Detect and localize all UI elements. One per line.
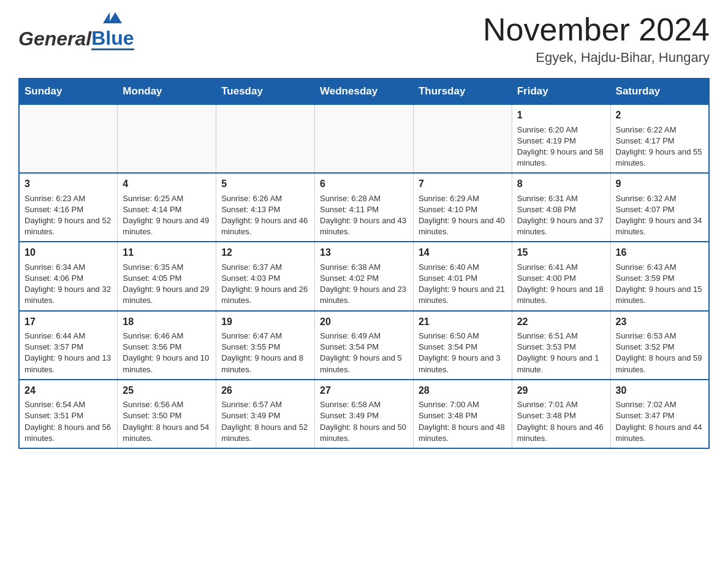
table-row: 26Sunrise: 6:57 AMSunset: 3:49 PMDayligh… [216, 380, 315, 448]
table-row: 10Sunrise: 6:34 AMSunset: 4:06 PMDayligh… [19, 242, 118, 310]
header: General Blue November 2024 Egyek, Hajdu-… [18, 12, 710, 66]
day-number: 4 [123, 177, 211, 191]
day-number: 3 [25, 177, 112, 191]
day-number: 19 [221, 315, 309, 329]
day-number: 6 [320, 177, 408, 191]
location-title: Egyek, Hajdu-Bihar, Hungary [483, 50, 710, 66]
day-info: Sunrise: 6:26 AMSunset: 4:13 PMDaylight:… [221, 193, 309, 238]
day-number: 18 [123, 315, 211, 329]
logo-general-text: General [18, 28, 91, 50]
day-number: 12 [221, 246, 309, 259]
day-number: 22 [517, 315, 605, 329]
day-number: 16 [616, 246, 703, 259]
table-row: 25Sunrise: 6:56 AMSunset: 3:50 PMDayligh… [118, 380, 216, 448]
day-info: Sunrise: 6:32 AMSunset: 4:07 PMDaylight:… [616, 193, 703, 238]
table-row: 3Sunrise: 6:23 AMSunset: 4:16 PMDaylight… [19, 173, 118, 242]
calendar-table: Sunday Monday Tuesday Wednesday Thursday… [18, 78, 710, 449]
day-number: 30 [616, 384, 703, 397]
calendar-week-3: 10Sunrise: 6:34 AMSunset: 4:06 PMDayligh… [19, 242, 709, 310]
table-row: 5Sunrise: 6:26 AMSunset: 4:13 PMDaylight… [216, 173, 315, 242]
day-number: 24 [25, 384, 112, 397]
day-number: 29 [517, 384, 605, 397]
table-row: 27Sunrise: 6:58 AMSunset: 3:49 PMDayligh… [315, 380, 414, 448]
day-number: 5 [221, 177, 309, 191]
day-info: Sunrise: 6:35 AMSunset: 4:05 PMDaylight:… [123, 262, 211, 307]
day-info: Sunrise: 6:23 AMSunset: 4:16 PMDaylight:… [25, 193, 112, 238]
table-row: 8Sunrise: 6:31 AMSunset: 4:08 PMDaylight… [512, 173, 610, 242]
table-row: 24Sunrise: 6:54 AMSunset: 3:51 PMDayligh… [19, 380, 118, 448]
day-info: Sunrise: 6:50 AMSunset: 3:54 PMDaylight:… [419, 331, 507, 375]
day-info: Sunrise: 6:22 AMSunset: 4:17 PMDaylight:… [616, 124, 703, 169]
table-row: 15Sunrise: 6:41 AMSunset: 4:00 PMDayligh… [512, 242, 610, 310]
month-title: November 2024 [483, 12, 710, 47]
col-tuesday: Tuesday [216, 79, 315, 104]
day-info: Sunrise: 6:54 AMSunset: 3:51 PMDaylight:… [25, 399, 112, 444]
table-row: 11Sunrise: 6:35 AMSunset: 4:05 PMDayligh… [118, 242, 216, 310]
day-info: Sunrise: 6:20 AMSunset: 4:19 PMDaylight:… [517, 124, 605, 169]
table-row [315, 104, 414, 173]
day-number: 21 [419, 315, 507, 329]
day-info: Sunrise: 6:51 AMSunset: 3:53 PMDaylight:… [517, 331, 605, 375]
table-row [118, 104, 216, 173]
col-thursday: Thursday [413, 79, 512, 104]
day-info: Sunrise: 6:25 AMSunset: 4:14 PMDaylight:… [123, 193, 211, 238]
day-info: Sunrise: 6:44 AMSunset: 3:57 PMDaylight:… [25, 331, 112, 375]
calendar-week-1: 1Sunrise: 6:20 AMSunset: 4:19 PMDaylight… [19, 104, 709, 173]
table-row: 19Sunrise: 6:47 AMSunset: 3:55 PMDayligh… [216, 311, 315, 380]
table-row: 2Sunrise: 6:22 AMSunset: 4:17 PMDaylight… [610, 104, 709, 173]
day-number: 9 [616, 177, 703, 191]
day-info: Sunrise: 6:31 AMSunset: 4:08 PMDaylight:… [517, 193, 605, 238]
table-row: 21Sunrise: 6:50 AMSunset: 3:54 PMDayligh… [413, 311, 512, 380]
calendar-week-5: 24Sunrise: 6:54 AMSunset: 3:51 PMDayligh… [19, 380, 709, 448]
table-row: 6Sunrise: 6:28 AMSunset: 4:11 PMDaylight… [315, 173, 414, 242]
table-row: 16Sunrise: 6:43 AMSunset: 3:59 PMDayligh… [610, 242, 709, 310]
table-row: 22Sunrise: 6:51 AMSunset: 3:53 PMDayligh… [512, 311, 610, 380]
table-row: 7Sunrise: 6:29 AMSunset: 4:10 PMDaylight… [413, 173, 512, 242]
col-friday: Friday [512, 79, 610, 104]
day-number: 27 [320, 384, 408, 397]
table-row: 4Sunrise: 6:25 AMSunset: 4:14 PMDaylight… [118, 173, 216, 242]
logo-blue-part: Blue [91, 12, 134, 50]
table-row: 28Sunrise: 7:00 AMSunset: 3:48 PMDayligh… [413, 380, 512, 448]
day-info: Sunrise: 6:34 AMSunset: 4:06 PMDaylight:… [25, 262, 112, 307]
table-row: 13Sunrise: 6:38 AMSunset: 4:02 PMDayligh… [315, 242, 414, 310]
day-number: 8 [517, 177, 605, 191]
table-row: 18Sunrise: 6:46 AMSunset: 3:56 PMDayligh… [118, 311, 216, 380]
day-number: 11 [123, 246, 211, 259]
calendar-week-2: 3Sunrise: 6:23 AMSunset: 4:16 PMDaylight… [19, 173, 709, 242]
day-info: Sunrise: 6:47 AMSunset: 3:55 PMDaylight:… [221, 331, 309, 375]
col-wednesday: Wednesday [315, 79, 414, 104]
table-row: 17Sunrise: 6:44 AMSunset: 3:57 PMDayligh… [19, 311, 118, 380]
table-row: 29Sunrise: 7:01 AMSunset: 3:48 PMDayligh… [512, 380, 610, 448]
day-number: 15 [517, 246, 605, 259]
calendar-week-4: 17Sunrise: 6:44 AMSunset: 3:57 PMDayligh… [19, 311, 709, 380]
day-info: Sunrise: 6:57 AMSunset: 3:49 PMDaylight:… [221, 399, 309, 444]
day-number: 14 [419, 246, 507, 259]
table-row: 30Sunrise: 7:02 AMSunset: 3:47 PMDayligh… [610, 380, 709, 448]
logo-blue-text: Blue [91, 28, 134, 50]
day-info: Sunrise: 6:40 AMSunset: 4:01 PMDaylight:… [419, 262, 507, 307]
day-info: Sunrise: 6:46 AMSunset: 3:56 PMDaylight:… [123, 331, 211, 375]
day-info: Sunrise: 6:28 AMSunset: 4:11 PMDaylight:… [320, 193, 408, 238]
col-saturday: Saturday [610, 79, 709, 104]
day-number: 26 [221, 384, 309, 397]
day-info: Sunrise: 6:43 AMSunset: 3:59 PMDaylight:… [616, 262, 703, 307]
title-area: November 2024 Egyek, Hajdu-Bihar, Hungar… [483, 12, 710, 66]
table-row: 14Sunrise: 6:40 AMSunset: 4:01 PMDayligh… [413, 242, 512, 310]
day-info: Sunrise: 6:49 AMSunset: 3:54 PMDaylight:… [320, 331, 408, 375]
col-sunday: Sunday [19, 79, 118, 104]
day-number: 1 [517, 109, 605, 122]
table-row: 1Sunrise: 6:20 AMSunset: 4:19 PMDaylight… [512, 104, 610, 173]
table-row [413, 104, 512, 173]
day-info: Sunrise: 6:41 AMSunset: 4:00 PMDaylight:… [517, 262, 605, 307]
day-number: 20 [320, 315, 408, 329]
day-number: 25 [123, 384, 211, 397]
day-info: Sunrise: 7:00 AMSunset: 3:48 PMDaylight:… [419, 399, 507, 444]
day-info: Sunrise: 6:29 AMSunset: 4:10 PMDaylight:… [419, 193, 507, 238]
day-info: Sunrise: 7:01 AMSunset: 3:48 PMDaylight:… [517, 399, 605, 444]
day-info: Sunrise: 6:56 AMSunset: 3:50 PMDaylight:… [123, 399, 211, 444]
day-number: 28 [419, 384, 507, 397]
header-row: Sunday Monday Tuesday Wednesday Thursday… [19, 79, 709, 104]
day-info: Sunrise: 7:02 AMSunset: 3:47 PMDaylight:… [616, 399, 703, 444]
table-row: 9Sunrise: 6:32 AMSunset: 4:07 PMDaylight… [610, 173, 709, 242]
